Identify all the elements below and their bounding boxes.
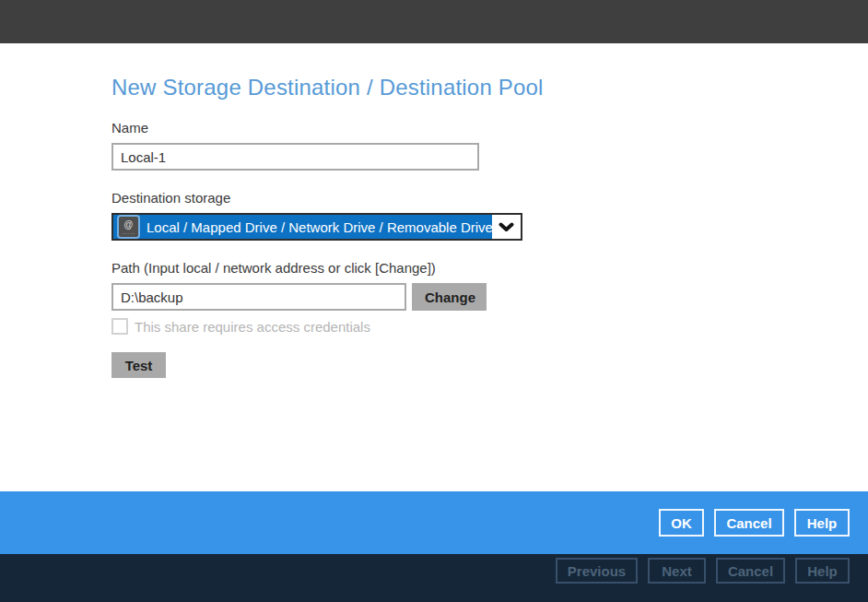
path-row: Change bbox=[111, 283, 757, 311]
destination-storage-label: Destination storage bbox=[111, 190, 757, 206]
dialog-footer-bar: OK Cancel Help bbox=[0, 491, 868, 554]
destination-storage-selected: @ ..... Local / Mapped Drive / Network D… bbox=[113, 215, 492, 239]
top-header-bar bbox=[0, 0, 868, 43]
name-label: Name bbox=[111, 120, 757, 136]
cancel-button[interactable]: Cancel bbox=[714, 509, 784, 537]
previous-button: Previous bbox=[556, 558, 638, 584]
next-button: Next bbox=[648, 558, 706, 584]
credentials-checkbox-row: This share requires access credentials bbox=[111, 318, 757, 335]
credentials-checkbox-label: This share requires access credentials bbox=[135, 319, 370, 335]
wizard-help-button: Help bbox=[795, 558, 850, 584]
destination-storage-value: Local / Mapped Drive / Network Drive / R… bbox=[147, 219, 492, 235]
wizard-footer-bar: Previous Next Cancel Help bbox=[0, 554, 868, 602]
test-button[interactable]: Test bbox=[111, 352, 166, 378]
path-input[interactable] bbox=[111, 283, 406, 311]
ok-button[interactable]: OK bbox=[659, 509, 704, 537]
drive-icon: @ ..... bbox=[119, 217, 138, 237]
path-label: Path (Input local / network address or c… bbox=[111, 260, 757, 276]
help-button[interactable]: Help bbox=[794, 509, 850, 537]
credentials-checkbox[interactable] bbox=[111, 318, 128, 335]
change-button[interactable]: Change bbox=[412, 283, 487, 311]
destination-storage-dropdown[interactable]: @ ..... Local / Mapped Drive / Network D… bbox=[111, 213, 522, 241]
chevron-down-icon[interactable] bbox=[492, 215, 521, 239]
dialog-content: New Storage Destination / Destination Po… bbox=[111, 43, 757, 378]
name-input[interactable] bbox=[111, 143, 479, 171]
wizard-cancel-button: Cancel bbox=[716, 558, 785, 584]
page-title: New Storage Destination / Destination Po… bbox=[111, 75, 757, 100]
